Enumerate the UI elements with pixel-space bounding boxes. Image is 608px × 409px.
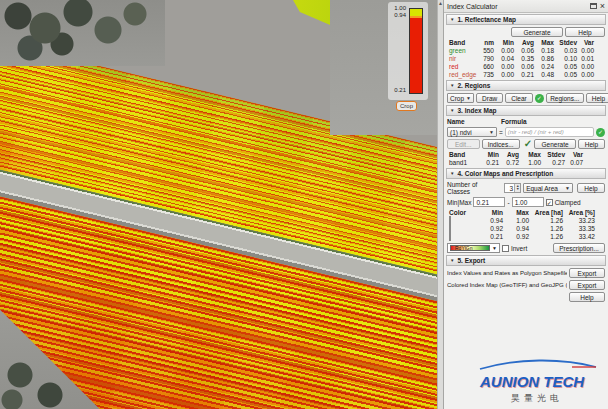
table-row: red_edge 735 0.00 0.21 0.48 0.05 0.00 [444, 71, 608, 79]
clear-button[interactable]: Clear [505, 93, 533, 103]
index-help-button[interactable]: Help [578, 139, 605, 149]
cell: 0.00 [494, 63, 514, 71]
cell: 790 [477, 55, 494, 63]
section-reflectance-header[interactable]: ▼ 1. Reflectance Map [446, 14, 606, 25]
col-max: Max [519, 151, 541, 159]
cell: 33.35 [563, 225, 595, 233]
cell: 0.24 [534, 63, 554, 71]
cell: 0.06 [514, 63, 534, 71]
cell: 1.26 [529, 217, 563, 225]
export-help-button[interactable]: Help [569, 292, 605, 302]
cell: 0.94 [477, 217, 503, 225]
section-index-map-header[interactable]: ▼ 3. Index Map [446, 105, 606, 116]
classes-label: Number of Classes [447, 181, 502, 195]
col-stdev: Stdev [554, 39, 577, 47]
indices-button[interactable]: Indices... [482, 139, 520, 149]
col-avg: Avg [499, 151, 519, 159]
trees-area [0, 0, 165, 66]
index-generate-button[interactable]: Generate [534, 139, 576, 149]
close-icon[interactable]: × [600, 2, 605, 11]
regions-button[interactable]: Regions... [546, 93, 584, 103]
vendor-logo: AUNION TECH AUNION TECH 昊量光电 [472, 355, 602, 407]
crop-region-label[interactable]: Crop [396, 101, 417, 111]
index-legend: 1.00 0.94 0.21 [388, 2, 428, 100]
crop-mode-select[interactable]: Crop ▼ [447, 93, 474, 103]
col-var: Var [577, 39, 594, 47]
class-swatch-red [449, 232, 451, 241]
map-viewport[interactable]: 1.00 0.94 0.21 Crop [0, 0, 437, 409]
col-nm: nm [477, 39, 494, 47]
classes-value: 3 [505, 184, 514, 192]
formula-field[interactable]: (nir - red) / (nir + red) [505, 127, 594, 137]
formula-ok-status-icon: ✓ [596, 128, 605, 137]
collapse-triangle-icon: ▼ [450, 258, 454, 263]
export-shp-label: Index Values and Rates as Polygon Shapef… [447, 270, 567, 276]
range-dash: - [507, 199, 509, 206]
spinner-arrows-icon[interactable]: ▲▼ [514, 184, 520, 192]
export-shp-button[interactable]: Export [569, 268, 605, 278]
crop-mode-value: Crop [450, 95, 464, 102]
cell: 0.04 [494, 55, 514, 63]
panel-title-bar[interactable]: Index Calculator × [444, 0, 608, 13]
chevron-down-icon: ▼ [489, 129, 494, 135]
band-label-red: red [449, 63, 477, 71]
prescription-button[interactable]: Prescription... [553, 243, 605, 253]
cell: 0.86 [534, 55, 554, 63]
classes-table-header: Color Min Max Area [ha] Area [%] [444, 209, 608, 217]
cell: 1.26 [529, 233, 563, 241]
table-row: red 660 0.00 0.06 0.24 0.05 0.00 [444, 63, 608, 71]
cell: 735 [477, 71, 494, 79]
clamped-label: Clamped [555, 199, 581, 206]
min-input[interactable]: 0.21 [473, 197, 505, 207]
index-name-select[interactable]: (1) ndvi ▼ [447, 127, 497, 137]
section-regions-header[interactable]: ▼ 2. Regions [446, 80, 606, 91]
col-max: Max [503, 209, 529, 217]
reflectance-generate-button[interactable]: Generate [511, 27, 563, 37]
equals-sign: = [499, 129, 503, 136]
float-window-icon[interactable] [590, 3, 597, 9]
edit-button[interactable]: Edit... [447, 139, 480, 149]
cell: 1.00 [503, 217, 529, 225]
col-band: Band [449, 39, 477, 47]
col-var: Var [565, 151, 583, 159]
regions-help-button[interactable]: Help [586, 93, 608, 103]
collapse-arrow-icon[interactable]: ▲ [438, 0, 443, 7]
cell: 0.00 [494, 47, 514, 55]
palette-gradient-preview: RdYlGn [450, 245, 490, 251]
collapse-triangle-icon: ▼ [450, 17, 454, 22]
invert-checkbox[interactable] [502, 245, 509, 252]
cell: 0.10 [554, 55, 577, 63]
export-geotiff-label: Colored Index Map (GeoTIFF) and GeoJPG (… [447, 282, 567, 288]
draw-button[interactable]: Draw [476, 93, 503, 103]
legend-max-value: 1.00 [388, 5, 406, 11]
col-area-pct: Area [%] [563, 209, 595, 217]
cell: 0.00 [577, 63, 594, 71]
cell: 0.35 [514, 55, 534, 63]
clamped-checkbox[interactable]: ✓ [546, 199, 553, 206]
col-max: Max [534, 39, 554, 47]
max-input[interactable]: 1.00 [512, 197, 544, 207]
panel-title: Index Calculator [447, 3, 590, 10]
cell: 0.92 [503, 233, 529, 241]
classes-spinner[interactable]: 3 ▲▼ [504, 183, 521, 193]
cell: 0.00 [577, 71, 594, 79]
cell: 1.26 [529, 225, 563, 233]
index-calculator-panel: Index Calculator × ▼ 1. Reflectance Map … [444, 0, 608, 409]
collapse-triangle-icon: ▼ [450, 108, 454, 113]
classes-method-select[interactable]: Equal Area ▼ [523, 183, 573, 193]
col-color: Color [449, 209, 477, 217]
export-geotiff-button[interactable]: Export [569, 280, 605, 290]
section-color-maps-title: 4. Color Maps and Prescription [457, 170, 553, 177]
regions-ok-status-icon: ✓ [535, 94, 544, 103]
palette-select[interactable]: RdYlGn ▼ [447, 243, 500, 253]
collapse-triangle-icon: ▼ [450, 171, 454, 176]
band-label-green: green [449, 47, 477, 55]
section-export-header[interactable]: ▼ 5. Export [446, 255, 606, 266]
reflectance-help-button[interactable]: Help [565, 27, 605, 37]
color-maps-help-button[interactable]: Help [577, 183, 605, 193]
panel-splitter[interactable]: ▲ [437, 0, 444, 409]
table-row: nir 790 0.04 0.35 0.86 0.10 0.01 [444, 55, 608, 63]
legend-color-bar [409, 8, 423, 94]
table-row: 0.92 0.94 1.26 33.35 [444, 225, 608, 233]
section-color-maps-header[interactable]: ▼ 4. Color Maps and Prescription [446, 168, 606, 179]
